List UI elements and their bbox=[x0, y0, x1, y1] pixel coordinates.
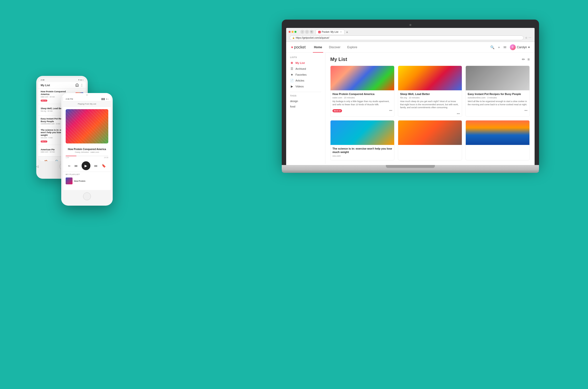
videos-icon: ▶ bbox=[290, 85, 294, 88]
article-title: How Protein Conquered America bbox=[332, 92, 392, 96]
article-body: How Protein Conquered America eater.com … bbox=[331, 90, 394, 108]
pocket-nav-right: 🔍 + ✉ C Carolyn ▾ bbox=[490, 44, 530, 50]
phone-footer bbox=[61, 190, 113, 203]
tab-label: Pocket: My List bbox=[322, 31, 338, 33]
home-icon[interactable]: 🏠 bbox=[44, 160, 49, 161]
wifi-icon: ▾ bbox=[106, 98, 107, 100]
player-progress[interactable]: 1:04 24:08 bbox=[66, 156, 108, 158]
article-more-button[interactable]: ••• bbox=[457, 112, 460, 116]
maximize-dot[interactable] bbox=[294, 31, 296, 33]
article-card[interactable]: Easy Instant Pot Recipes for Busy People… bbox=[465, 65, 530, 117]
user-chevron-icon: ▾ bbox=[528, 46, 530, 49]
sidebar-item-mylist[interactable]: ⊕ My List bbox=[286, 60, 325, 66]
phone-status-bar: 2:30 PM ▌▌▌ ▾ ▪ bbox=[63, 97, 111, 101]
article-more-button[interactable]: ••• bbox=[389, 109, 392, 112]
signal-icon: ● bbox=[80, 79, 82, 81]
pocket-main-nav: Home Discover Explore bbox=[313, 42, 358, 53]
play-button[interactable]: ▶ bbox=[82, 161, 90, 170]
search-icon[interactable]: 🔍 bbox=[55, 160, 60, 161]
edit-icon[interactable]: ✏ bbox=[522, 57, 525, 62]
address-bar[interactable]: 🔒 https://getpocket.com/a/queue/ bbox=[290, 35, 523, 40]
phone-header: My List 🎧 ⋮ bbox=[38, 82, 86, 89]
rewind-button[interactable]: ⏮ bbox=[74, 164, 78, 168]
bookmark-button[interactable]: 🔖 bbox=[102, 164, 106, 168]
playlist-item[interactable]: How Protein bbox=[66, 176, 108, 185]
article-footer: ••• bbox=[398, 111, 462, 117]
battery-icon: ▪ bbox=[108, 98, 108, 100]
nav-home[interactable]: Home bbox=[313, 42, 323, 53]
forward-button[interactable]: › bbox=[305, 30, 309, 34]
browser-tab[interactable]: p Pocket: My List × bbox=[315, 29, 345, 34]
wifi-icon: ▾ bbox=[78, 79, 79, 81]
list-view-icon[interactable]: ≡ bbox=[527, 57, 530, 62]
article-thumbnail bbox=[398, 66, 462, 90]
pocket-logo-text: pocket bbox=[294, 45, 306, 49]
close-dot[interactable] bbox=[289, 31, 291, 33]
add-icon[interactable]: + bbox=[498, 45, 500, 49]
progress-times: 1:04 24:08 bbox=[66, 157, 108, 158]
bookmark-icon[interactable]: ☆ bbox=[525, 36, 527, 39]
player-speed-button[interactable]: 1x bbox=[68, 165, 70, 167]
sidebar-item-archived[interactable]: ☰ Archived bbox=[286, 66, 325, 72]
favorites-icon: ★ bbox=[290, 73, 294, 76]
back-button[interactable]: ‹ bbox=[300, 30, 304, 34]
lock-icon: 🔒 bbox=[292, 37, 295, 39]
more-icon[interactable]: ⋮ bbox=[80, 83, 83, 87]
fast-forward-button[interactable]: ⏭ bbox=[94, 164, 98, 168]
articles-grid: How Protein Conquered America eater.com … bbox=[330, 65, 530, 160]
menu-icon[interactable]: ⋯ bbox=[528, 36, 531, 39]
article-card[interactable]: The science is in: exercise won't help y… bbox=[330, 120, 394, 160]
user-name: Carolyn bbox=[517, 46, 527, 49]
article-card[interactable] bbox=[398, 120, 462, 160]
pocket-main: My List ✏ ≡ How Protein Conque bbox=[325, 53, 535, 164]
article-thumbnail bbox=[466, 120, 529, 145]
sidebar-videos-label: Videos bbox=[295, 85, 304, 88]
article-meta: outsideonline.com · 3 minutes bbox=[468, 97, 527, 99]
headphones-icon[interactable]: 🎧 bbox=[75, 83, 79, 87]
article-body: The science is in: exercise won't help y… bbox=[331, 145, 394, 160]
list-item-tag: Best of bbox=[41, 140, 47, 142]
home-button[interactable] bbox=[83, 193, 91, 200]
new-tab-button[interactable]: + bbox=[345, 30, 349, 34]
pocket-logo[interactable]: ♥ pocket bbox=[291, 45, 306, 49]
article-card[interactable]: How Protein Conquered America eater.com … bbox=[330, 65, 394, 117]
nav-discover[interactable]: Discover bbox=[328, 42, 342, 53]
back-android-icon[interactable]: ◁ bbox=[36, 165, 38, 168]
laptop-screen: ‹ › ↻ p Pocket: My List × + bbox=[286, 28, 535, 165]
sidebar-tag-food[interactable]: food bbox=[286, 104, 325, 109]
sidebar-item-videos[interactable]: ▶ Videos bbox=[286, 83, 325, 89]
nav-explore[interactable]: Explore bbox=[346, 42, 358, 53]
sidebar-item-favorites[interactable]: ★ Favorites bbox=[286, 72, 325, 78]
album-art-pattern bbox=[66, 109, 108, 143]
playlist-item-title: How Protein bbox=[74, 180, 85, 182]
progress-total: 24:08 bbox=[104, 157, 108, 158]
tab-close-button[interactable]: × bbox=[340, 31, 342, 33]
sidebar-tag-design[interactable]: design bbox=[286, 98, 325, 104]
user-menu[interactable]: C Carolyn ▾ bbox=[510, 44, 530, 50]
url-text: https://getpocket.com/a/queue/ bbox=[296, 36, 329, 39]
article-card[interactable]: Sleep Well, Lead Better hbr.org · 10 min… bbox=[398, 65, 462, 117]
status-right: ▌▌▌ ▾ ▪ bbox=[102, 98, 108, 100]
pocket-sidebar: LISTS ⊕ My List ☰ Archived ★ Favorites bbox=[286, 53, 325, 164]
progress-bar bbox=[66, 156, 108, 156]
search-icon[interactable]: 🔍 bbox=[490, 45, 494, 49]
refresh-button[interactable]: ↻ bbox=[310, 30, 313, 34]
article-card[interactable] bbox=[465, 120, 530, 160]
browser-controls bbox=[289, 31, 296, 33]
front-camera bbox=[86, 94, 88, 96]
laptop-camera bbox=[409, 24, 411, 26]
phone-header-icons: 🎧 ⋮ bbox=[75, 83, 83, 87]
sidebar-item-articles[interactable]: 📄 Articles bbox=[286, 78, 325, 83]
progress-current: 1:04 bbox=[66, 157, 69, 158]
article-thumbnail bbox=[331, 120, 394, 145]
minimize-dot[interactable] bbox=[292, 31, 294, 33]
inbox-icon[interactable]: ✉ bbox=[503, 45, 506, 49]
article-excerpt: How much sleep do you get each night? Mo… bbox=[400, 100, 460, 109]
article-title: Easy Instant Pot Recipes for Busy People bbox=[468, 92, 527, 96]
page-title: My List bbox=[330, 57, 347, 62]
pocket-navbar: ♥ pocket Home Discover Explore 🔍 + ✉ C bbox=[286, 42, 535, 53]
sidebar-mylist-label: My List bbox=[295, 62, 305, 65]
article-more-button[interactable]: ••• bbox=[524, 109, 527, 112]
browser-tab-bar: p Pocket: My List × + bbox=[315, 29, 349, 34]
lists-section-title: LISTS bbox=[286, 56, 325, 59]
